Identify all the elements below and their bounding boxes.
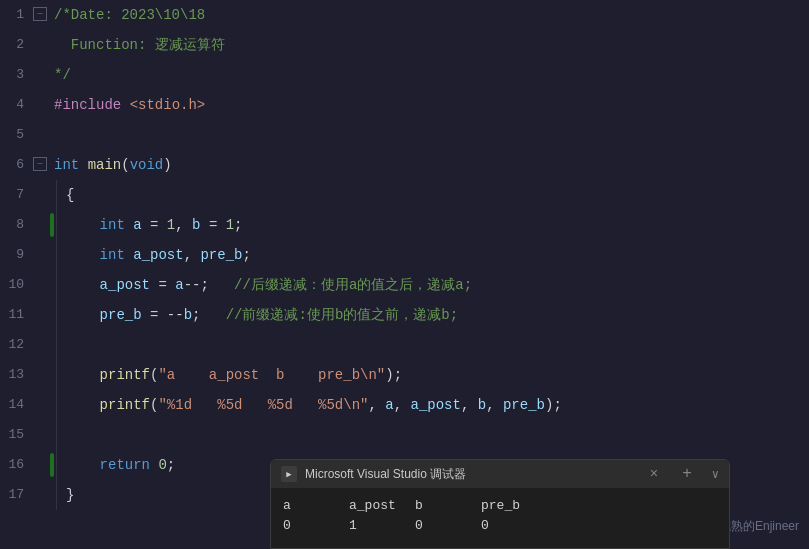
- terminal-value-a: 0: [283, 516, 333, 536]
- fold-7: [32, 180, 50, 210]
- indent-guide-9: [50, 240, 62, 270]
- code-line-1: 1 − /*Date: 2023\10\18: [0, 0, 809, 30]
- indent-guide-17: [50, 480, 62, 510]
- terminal-close-button[interactable]: ×: [650, 466, 658, 482]
- terminal-value-apost: 1: [349, 516, 399, 536]
- code-text-14: printf("%1d %5d %5d %5d\n", a, a_post, b…: [62, 390, 809, 420]
- code-line-15: 15: [0, 420, 809, 450]
- line-number-1: 1: [0, 0, 32, 30]
- line-number-15: 15: [0, 420, 32, 450]
- code-editor: 1 − /*Date: 2023\10\18 2 Function: 逻减运算符…: [0, 0, 809, 549]
- code-line-7: 7 {: [0, 180, 809, 210]
- code-line-11: 11 pre_b = --b; //前缀递减:使用b的值之前，递减b;: [0, 300, 809, 330]
- terminal-title: Microsoft Visual Studio 调试器: [305, 466, 642, 483]
- line-number-14: 14: [0, 390, 32, 420]
- fold-10: [32, 270, 50, 300]
- line-number-13: 13: [0, 360, 32, 390]
- code-text-8: int a = 1, b = 1;: [62, 210, 809, 240]
- terminal-headers-row: a a_post b pre_b: [283, 496, 717, 516]
- terminal-icon: ▶: [281, 466, 297, 482]
- code-line-14: 14 printf("%1d %5d %5d %5d\n", a, a_post…: [0, 390, 809, 420]
- terminal-values-row: 0 1 0 0: [283, 516, 717, 536]
- fold-2: [32, 30, 50, 60]
- fold-4: [32, 90, 50, 120]
- code-line-4: 4 #include <stdio.h>: [0, 90, 809, 120]
- code-line-9: 9 int a_post, pre_b;: [0, 240, 809, 270]
- terminal-chevron-button[interactable]: ∨: [712, 467, 719, 482]
- code-text-10: a_post = a--; //后缀递减：使用a的值之后，递减a;: [62, 270, 809, 300]
- indent-guide-13: [50, 360, 62, 390]
- indent-guide-12: [50, 330, 62, 360]
- code-line-3: 3 */: [0, 60, 809, 90]
- terminal-value-b: 0: [415, 516, 465, 536]
- line-number-10: 10: [0, 270, 32, 300]
- line-number-17: 17: [0, 480, 32, 510]
- terminal-plus-button[interactable]: +: [682, 465, 692, 483]
- indent-guide-11: [50, 300, 62, 330]
- line-number-6: 6: [0, 150, 32, 180]
- indent-guide-10: [50, 270, 62, 300]
- code-text-11: pre_b = --b; //前缀递减:使用b的值之前，递减b;: [62, 300, 809, 330]
- code-text-13: printf("a a_post b pre_b\n");: [62, 360, 809, 390]
- fold-9: [32, 240, 50, 270]
- code-text-15: [62, 420, 809, 450]
- indent-guide-7: [50, 180, 62, 210]
- code-text-5: [50, 120, 809, 150]
- line-number-16: 16: [0, 450, 32, 480]
- fold-6[interactable]: −: [32, 150, 50, 180]
- code-text-2: Function: 逻减运算符: [50, 30, 809, 60]
- line-number-3: 3: [0, 60, 32, 90]
- terminal-header-a: a: [283, 496, 333, 516]
- code-line-6: 6 − int main(void): [0, 150, 809, 180]
- code-line-5: 5: [0, 120, 809, 150]
- fold-14: [32, 390, 50, 420]
- fold-17: [32, 480, 50, 510]
- indent-guide-8: [50, 210, 62, 240]
- code-text-9: int a_post, pre_b;: [62, 240, 809, 270]
- terminal-titlebar: ▶ Microsoft Visual Studio 调试器 × + ∨: [271, 460, 729, 488]
- terminal-header-b: b: [415, 496, 465, 516]
- code-line-8: 8 int a = 1, b = 1;: [0, 210, 809, 240]
- code-text-7: {: [62, 180, 809, 210]
- code-line-2: 2 Function: 逻减运算符: [0, 30, 809, 60]
- code-text-12: [62, 330, 809, 360]
- fold-8: [32, 210, 50, 240]
- code-line-10: 10 a_post = a--; //后缀递减：使用a的值之后，递减a;: [0, 270, 809, 300]
- indent-guide-14: [50, 390, 62, 420]
- fold-15: [32, 420, 50, 450]
- indent-guide-15: [50, 420, 62, 450]
- terminal-value-preb: 0: [481, 516, 531, 536]
- code-text-1: /*Date: 2023\10\18: [50, 0, 809, 30]
- fold-1[interactable]: −: [32, 0, 50, 30]
- line-number-9: 9: [0, 240, 32, 270]
- code-text-4: #include <stdio.h>: [50, 90, 809, 120]
- code-line-12: 12: [0, 330, 809, 360]
- indent-guide-16: [50, 450, 62, 480]
- fold-5: [32, 120, 50, 150]
- line-number-8: 8: [0, 210, 32, 240]
- fold-12: [32, 330, 50, 360]
- fold-3: [32, 60, 50, 90]
- terminal-body: a a_post b pre_b 0 1 0 0: [271, 488, 729, 548]
- fold-13: [32, 360, 50, 390]
- line-number-12: 12: [0, 330, 32, 360]
- line-number-2: 2: [0, 30, 32, 60]
- code-line-13: 13 printf("a a_post b pre_b\n");: [0, 360, 809, 390]
- line-number-7: 7: [0, 180, 32, 210]
- terminal-popup: ▶ Microsoft Visual Studio 调试器 × + ∨ a a_…: [270, 459, 730, 549]
- terminal-header-apost: a_post: [349, 496, 399, 516]
- code-lines: 1 − /*Date: 2023\10\18 2 Function: 逻减运算符…: [0, 0, 809, 510]
- line-number-4: 4: [0, 90, 32, 120]
- line-number-11: 11: [0, 300, 32, 330]
- terminal-header-preb: pre_b: [481, 496, 531, 516]
- fold-11: [32, 300, 50, 330]
- fold-16: [32, 450, 50, 480]
- code-text-3: */: [50, 60, 809, 90]
- code-text-6: int main(void): [50, 150, 809, 180]
- line-number-5: 5: [0, 120, 32, 150]
